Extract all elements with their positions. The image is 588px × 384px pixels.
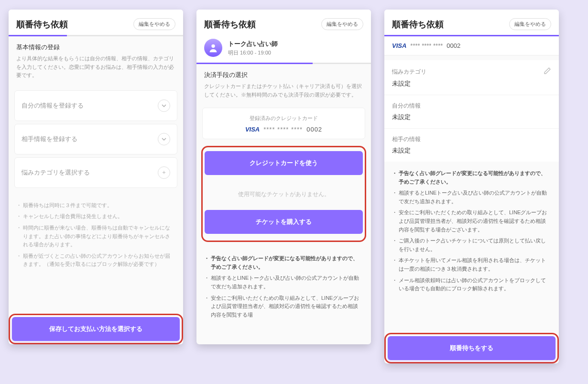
page-title: 順番待ち依頼 <box>16 19 68 30</box>
summary-block: 悩みカテゴリ 未設定 自分の情報 未設定 相手の情報 未設定 <box>384 60 559 162</box>
notes-list: 順番待ちは同時に３件まで可能です。 キャンセルした場合費用は発生しません。 時間… <box>9 194 183 276</box>
note-item: 相談するとLINEトーク占い及び占い師の公式アカウントが自動で友だち追加されます… <box>206 274 361 291</box>
cancel-edit-button[interactable]: 編集をやめる <box>509 18 551 30</box>
screen-payment-select: 順番待ち依頼 編集をやめる トーク占い占い師 明日 16:00 - 19:00 … <box>196 10 371 344</box>
card-label: 自分の情報を登録する <box>22 101 84 110</box>
note-item: 順番が近づくとこの占い師の公式アカウントからお知らせが届きます。（通知を受け取る… <box>18 252 174 269</box>
card-brand: VISA <box>392 42 406 49</box>
note-item: キャンセルした場合費用は発生しません。 <box>18 212 174 221</box>
svg-point-0 <box>211 44 215 48</box>
card-last4: 0002 <box>306 126 322 133</box>
info-label: 悩みカテゴリ <box>392 68 426 76</box>
info-label: 自分の情報 <box>392 102 551 110</box>
buy-ticket-button[interactable]: チケットを購入する <box>205 210 363 234</box>
teller-name: トーク占い占い師 <box>228 40 278 48</box>
chevron-down-icon <box>158 133 170 145</box>
chevron-down-icon <box>158 99 170 112</box>
section-title: 決済手段の選択 <box>204 71 363 79</box>
cancel-edit-button[interactable]: 編集をやめる <box>321 18 363 30</box>
select-category-card[interactable]: 悩みカテゴリを選択する ＋ <box>14 157 177 188</box>
card-label: 悩みカテゴリを選択する <box>22 168 90 177</box>
note-item: 相談するとLINEトーク占い及び占い師の公式アカウントが自動で友だち追加されます… <box>394 189 549 206</box>
section-desc: より具体的な結果をもらうには自分の情報、相手の情報、カテゴリを入力してください。… <box>16 55 175 80</box>
screen-confirm: 順番待ち依頼 編集をやめる VISA **** **** **** 0002 悩… <box>384 10 559 363</box>
no-ticket-note: 使用可能なチケットがありません。 <box>205 180 363 208</box>
register-self-card[interactable]: 自分の情報を登録する <box>14 90 177 121</box>
screen-basic-info: 順番待ち依頼 編集をやめる 基本情報の登録 より具体的な結果をもらうには自分の情… <box>9 10 183 344</box>
header: 順番待ち依頼 編集をやめる <box>9 10 183 35</box>
card-brand: VISA <box>245 126 260 133</box>
info-label: 相手の情報 <box>392 135 551 143</box>
notes-list: 予告なく占い師グレードが変更になる可能性がありますので、予めご了承ください。 相… <box>384 162 559 301</box>
section-title: 基本情報の登録 <box>16 43 175 52</box>
bottom-bar: 順番待ちをする <box>384 333 559 363</box>
info-value: 未設定 <box>392 113 551 121</box>
note-item: 時間内に順番が来ない場合、順番待ちは自動でキャンセルになります。また占い師の事情… <box>18 224 174 249</box>
note-item: メール相談依頼時には占い師の公式アカウントをブロックしている場合でも自動的にブロ… <box>394 276 549 293</box>
teller-time: 明日 16:00 - 19:00 <box>228 49 278 56</box>
card-mask: **** **** **** <box>263 126 303 133</box>
section-basic: 基本情報の登録 より具体的な結果をもらうには自分の情報、相手の情報、カテゴリを入… <box>9 36 183 85</box>
note-item: ご購入後のトーク占いチケットについては原則として払い戻しを行いません。 <box>394 237 549 253</box>
info-value: 未設定 <box>392 146 551 155</box>
card-label: 相手情報を登録する <box>22 135 77 143</box>
note-item: 予告なく占い師グレードが変更になる可能性がありますので、予めご了承ください。 <box>206 254 361 271</box>
page-title: 順番待ち依頼 <box>392 19 444 30</box>
queue-submit-button[interactable]: 順番待ちをする <box>388 336 555 360</box>
plus-icon: ＋ <box>158 166 170 179</box>
note-item: 本チケットを用いてメール相談を利用される場合は、チケットは一度の相談につき３枚消… <box>394 256 549 273</box>
category-row[interactable]: 悩みカテゴリ 未設定 <box>384 60 559 95</box>
fortune-teller-row: トーク占い占い師 明日 16:00 - 19:00 <box>196 35 371 63</box>
avatar <box>204 39 222 57</box>
section-payment: 決済手段の選択 クレジットカードまたはチケット払い（キャリア決済も可）を選択して… <box>196 64 371 104</box>
bottom-bar: 保存してお支払い方法を選択する <box>9 314 183 344</box>
card-mask: **** **** **** <box>410 42 443 49</box>
selected-card-row[interactable]: VISA **** **** **** 0002 <box>384 36 559 55</box>
registered-card-label: 登録済みのクレジットカード <box>207 115 360 122</box>
header: 順番待ち依頼 編集をやめる <box>384 10 559 35</box>
edit-icon <box>544 67 551 77</box>
notes-list: 予告なく占い師グレードが変更になる可能性がありますので、予めご了承ください。 相… <box>196 247 371 327</box>
note-item: 順番待ちは同時に３件まで可能です。 <box>18 201 174 210</box>
payment-buttons-group: クレジットカードを使う 使用可能なチケットがありません。 チケットを購入する <box>201 146 366 242</box>
card-last4: 0002 <box>446 42 460 49</box>
self-row[interactable]: 自分の情報 未設定 <box>384 95 559 129</box>
info-value: 未設定 <box>392 79 551 88</box>
section-desc: クレジットカードまたはチケット払い（キャリア決済も可）を選択してください。※無料… <box>204 82 363 99</box>
header: 順番待ち依頼 編集をやめる <box>196 10 371 35</box>
registered-card-box: 登録済みのクレジットカード VISA **** **** **** 0002 <box>202 108 365 139</box>
partner-row[interactable]: 相手の情報 未設定 <box>384 129 559 162</box>
save-continue-button[interactable]: 保存してお支払い方法を選択する <box>12 317 180 341</box>
note-item: 予告なく占い師グレードが変更になる可能性がありますので、予めご了承ください。 <box>394 169 549 186</box>
note-item: 安全にご利用いただくための取り組みとして、LINEグループおよび品質管理担当者が… <box>394 208 549 234</box>
note-item: 安全にご利用いただくための取り組みとして、LINEグループおよび品質管理担当者が… <box>206 294 361 319</box>
use-credit-card-button[interactable]: クレジットカードを使う <box>205 151 363 175</box>
page-title: 順番待ち依頼 <box>204 19 256 30</box>
cancel-edit-button[interactable]: 編集をやめる <box>133 18 175 30</box>
register-partner-card[interactable]: 相手情報を登録する <box>14 124 177 154</box>
